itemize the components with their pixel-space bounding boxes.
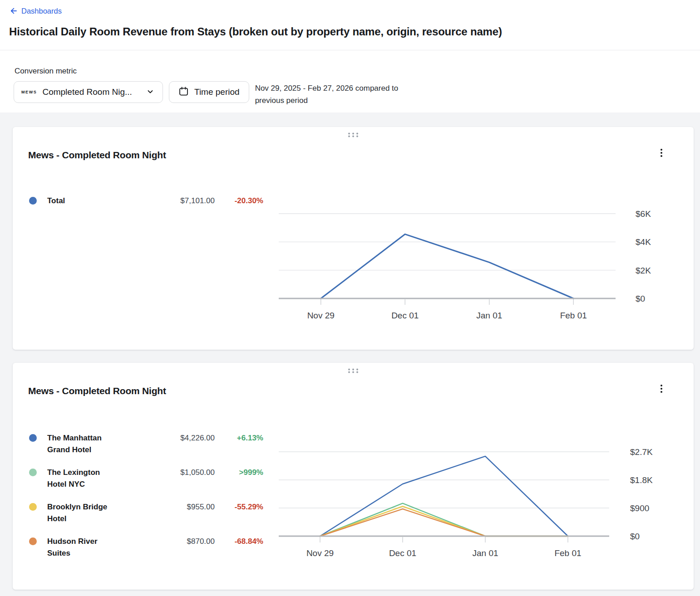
series-value: $870.00 xyxy=(138,536,215,547)
conversion-metric-dropdown[interactable]: MEWS Completed Room Nig... xyxy=(14,81,163,103)
revenue-line-chart-total: Nov 29Dec 01Jan 01Feb 01$6K$4K$2K$0 xyxy=(279,200,660,336)
y-tick-label: $1.8K xyxy=(630,475,653,485)
y-tick-label: $2K xyxy=(636,266,651,275)
series-value: $4,226.00 xyxy=(138,432,215,444)
series-label: The LexingtonHotel NYC xyxy=(47,467,138,490)
calendar-icon xyxy=(178,86,189,98)
y-tick-label: $6K xyxy=(636,209,651,219)
series-change-badge: +6.13% xyxy=(215,432,263,444)
widget-menu-button[interactable] xyxy=(656,146,667,160)
legend-item[interactable]: Total $7,101.00 -20.30% xyxy=(13,195,267,207)
page-title: Historical Daily Room Revenue from Stays… xyxy=(9,25,691,38)
controls-section: Conversion metric MEWS Completed Room Ni… xyxy=(0,50,700,111)
y-tick-label: $0 xyxy=(636,294,645,303)
date-range-summary: Nov 29, 2025 - Feb 27, 2026 compared to … xyxy=(255,81,399,107)
series-change-badge: -68.84% xyxy=(215,536,263,547)
series-color-dot xyxy=(29,469,37,476)
legend-item[interactable]: The ManhattanGrand Hotel $4,226.00 +6.13… xyxy=(13,432,267,456)
series-label: Hudson RiverSuites xyxy=(47,536,138,559)
y-tick-label: $900 xyxy=(630,503,649,513)
y-tick-label: $4K xyxy=(636,237,651,247)
revenue-line-chart-by-property: Nov 29Dec 01Jan 01Feb 01$2.7K$1.8K$900$0 xyxy=(279,435,660,572)
conversion-metric-value: Completed Room Nig... xyxy=(42,87,145,97)
legend-item[interactable]: Hudson RiverSuites $870.00 -68.84% xyxy=(13,536,267,559)
series-color-dot xyxy=(29,537,37,545)
legend-item[interactable]: Brooklyn BridgeHotel $955.00 -55.29% xyxy=(13,501,267,525)
dashboard-canvas: Mews - Completed Room Night Total $7,101… xyxy=(0,112,700,596)
series-color-dot xyxy=(29,434,37,442)
x-tick-label: Jan 01 xyxy=(472,548,498,558)
series-line[interactable] xyxy=(321,234,574,298)
y-tick-label: $2.7K xyxy=(630,447,653,457)
legend-item[interactable]: The LexingtonHotel NYC $1,050.00 >999% xyxy=(13,467,267,490)
x-tick-label: Nov 29 xyxy=(307,311,335,320)
series-value: $955.00 xyxy=(138,501,215,513)
x-tick-label: Feb 01 xyxy=(560,311,587,320)
widget-revenue-by-property: Mews - Completed Room Night The Manhatta… xyxy=(13,363,694,590)
chart-legend: Total $7,101.00 -20.30% xyxy=(13,195,267,218)
y-tick-label: $0 xyxy=(630,532,640,541)
series-value: $7,101.00 xyxy=(138,195,215,207)
x-tick-label: Feb 01 xyxy=(554,548,581,558)
series-change-badge: -20.30% xyxy=(215,195,263,207)
page: Dashboards Historical Daily Room Revenue… xyxy=(0,0,700,596)
series-label: The ManhattanGrand Hotel xyxy=(47,432,138,456)
drag-handle-icon[interactable] xyxy=(346,131,360,141)
series-color-dot xyxy=(29,503,37,511)
widget-title: Mews - Completed Room Night xyxy=(28,386,166,396)
series-label: Brooklyn BridgeHotel xyxy=(47,501,138,525)
series-label: Total xyxy=(47,195,138,207)
back-to-dashboards-link[interactable]: Dashboards xyxy=(9,6,62,15)
x-tick-label: Jan 01 xyxy=(476,311,502,320)
topbar: Dashboards Historical Daily Room Revenue… xyxy=(0,0,700,38)
series-change-badge: >999% xyxy=(215,467,263,479)
x-tick-label: Nov 29 xyxy=(306,548,334,558)
series-color-dot xyxy=(29,197,37,205)
drag-handle-icon[interactable] xyxy=(346,366,360,376)
widget-menu-button[interactable] xyxy=(656,382,667,396)
series-value: $1,050.00 xyxy=(138,467,215,479)
back-link-label: Dashboards xyxy=(21,7,62,15)
time-period-label: Time period xyxy=(194,87,240,97)
x-tick-label: Dec 01 xyxy=(389,548,416,558)
mews-logo: MEWS xyxy=(21,90,37,94)
widget-total-revenue: Mews - Completed Room Night Total $7,101… xyxy=(13,127,694,350)
conversion-metric-label: Conversion metric xyxy=(14,67,691,76)
date-range-line1: Nov 29, 2025 - Feb 27, 2026 compared to xyxy=(255,82,399,94)
series-change-badge: -55.29% xyxy=(215,501,263,513)
widget-title: Mews - Completed Room Night xyxy=(28,150,166,161)
chevron-down-icon xyxy=(145,87,155,98)
arrow-left-icon xyxy=(9,6,18,15)
x-tick-label: Dec 01 xyxy=(391,311,419,320)
chart-legend: The ManhattanGrand Hotel $4,226.00 +6.13… xyxy=(13,432,267,570)
time-period-button[interactable]: Time period xyxy=(169,81,249,103)
date-range-line2: previous period xyxy=(255,94,399,107)
